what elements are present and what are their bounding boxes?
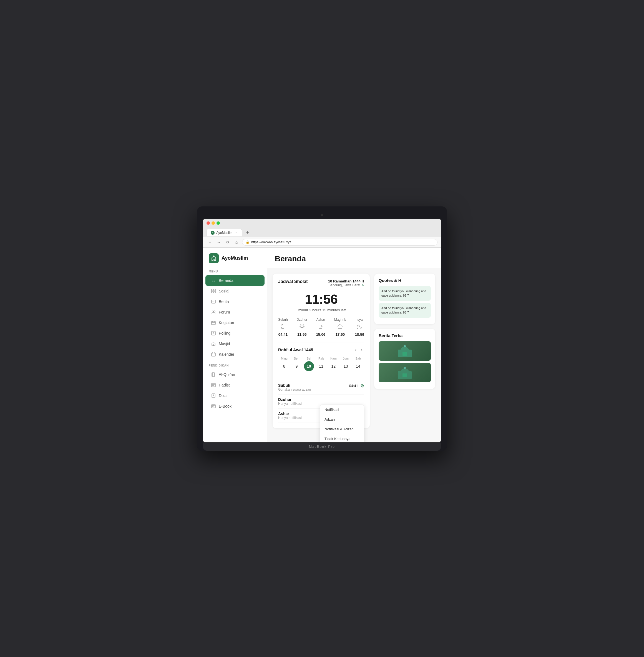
svg-rect-5 xyxy=(211,300,215,303)
day-name-jum: Jum xyxy=(343,357,349,360)
hadist-icon xyxy=(211,383,216,388)
subuh-settings-icon[interactable]: ⚙ xyxy=(360,383,364,389)
schedule-dzuhur: Dzuhur Hanya notifikasi Notifikasi Adzan… xyxy=(278,395,364,409)
sidebar-item-beranda[interactable]: ⌂ Beranda xyxy=(205,275,264,286)
svg-line-56 xyxy=(362,325,362,325)
svg-rect-10 xyxy=(211,321,215,325)
sidebar-item-hadist[interactable]: Hadist xyxy=(205,380,264,390)
right-panel: Quotes & H And he found you wandering an… xyxy=(374,274,435,428)
laptop-shell: A AyoMuslim × + ← → ↻ ⌂ 🔒 https://dakwah… xyxy=(197,206,447,451)
cal-day-ming: Ming 8 xyxy=(278,357,290,371)
day-num-14[interactable]: 14 xyxy=(353,361,363,371)
dropdown-notifikasi-adzan[interactable]: Notifikasi & Adzan xyxy=(320,424,364,434)
prayer-card-title: Jadwal Sholat xyxy=(278,279,308,284)
app-layout: AyoMuslim MENU ⌂ Beranda Sosial xyxy=(203,248,441,442)
fullscreen-window-button[interactable] xyxy=(216,221,220,225)
prayer-maghrib-time: 17:50 xyxy=(336,332,345,336)
svg-rect-4 xyxy=(214,291,215,293)
minimize-window-button[interactable] xyxy=(211,221,215,225)
address-bar[interactable]: 🔒 https://dakwah.ayosatu.xyz xyxy=(242,239,437,245)
day-num-12[interactable]: 12 xyxy=(328,361,338,371)
new-tab-button[interactable]: + xyxy=(243,228,252,237)
svg-rect-19 xyxy=(211,353,215,356)
calendar-next-button[interactable]: › xyxy=(360,347,364,353)
cal-day-jum: Jum 13 xyxy=(340,357,352,371)
svg-rect-3 xyxy=(211,291,213,293)
sidebar-item-sosial[interactable]: Sosial xyxy=(205,286,264,296)
masjid-icon xyxy=(211,341,216,346)
day-name-sen: Sen xyxy=(294,357,300,360)
calendar-nav: ‹ › xyxy=(353,347,364,353)
camera-dot xyxy=(321,214,323,216)
back-button[interactable]: ← xyxy=(207,239,213,245)
edit-location-icon[interactable]: ✎ xyxy=(362,283,364,287)
forum-icon xyxy=(211,310,216,314)
sidebar-item-kalender[interactable]: Kalender xyxy=(205,349,264,359)
svg-point-61 xyxy=(404,367,406,369)
news-card: Berita Terba xyxy=(374,329,435,389)
laptop-screen: A AyoMuslim × + ← → ↻ ⌂ 🔒 https://dakwah… xyxy=(203,219,441,443)
prayer-ashar: Ashar 15:06 xyxy=(316,318,325,336)
active-tab[interactable]: A AyoMuslim × xyxy=(207,229,242,236)
cal-day-rab: Rab 11 xyxy=(315,357,327,371)
current-time-display: 11:56 xyxy=(278,291,364,307)
sidebar-item-berita[interactable]: Berita xyxy=(205,296,264,307)
tab-title: AyoMuslim xyxy=(216,231,232,235)
svg-point-0 xyxy=(213,256,214,257)
laptop-bottom: MacBook Pro xyxy=(203,443,441,451)
sidebar-item-ebook[interactable]: E-Book xyxy=(205,401,264,412)
home-button[interactable]: ⌂ xyxy=(233,239,240,245)
prayer-card-header: Jadwal Sholat 10 Ramadhan 1444 H Bandung… xyxy=(278,279,364,287)
calendar-month: Robi'ul Awal 1445 xyxy=(278,347,313,352)
schedule-subuh: Subuh Gunakan suara adzan 04:41 ⚙ xyxy=(278,380,364,395)
sidebar-item-forum[interactable]: Forum xyxy=(205,307,264,318)
alquran-icon xyxy=(211,372,216,377)
dropdown-notifikasi[interactable]: Notifikasi xyxy=(320,405,364,415)
sidebar-item-masjid[interactable]: Masjid xyxy=(205,338,264,349)
main-content: Beranda Jadwal Sholat 10 Ramadhan 1444 H… xyxy=(267,248,441,442)
schedule-subuh-time: 04:41 xyxy=(349,384,358,388)
prayer-maghrib-name: Maghrib xyxy=(334,318,346,322)
news-image-1[interactable] xyxy=(378,341,431,361)
tab-close-button[interactable]: × xyxy=(234,231,238,235)
quote-text-1: And he found you wandering and gave guid… xyxy=(382,289,428,298)
masjid-label: Masjid xyxy=(219,342,230,346)
calendar-prev-button[interactable]: ‹ xyxy=(353,347,358,353)
prayer-dzuhur: Dzuhur 11:56 xyxy=(296,318,307,336)
browser-toolbar: ← → ↻ ⌂ 🔒 https://dakwah.ayosatu.xyz xyxy=(203,237,441,248)
sidebar-item-alquran[interactable]: Al-Qur'an xyxy=(205,369,264,380)
forward-button[interactable]: → xyxy=(215,239,222,245)
day-num-13[interactable]: 13 xyxy=(341,361,351,371)
sidebar-item-polling[interactable]: Polling xyxy=(205,328,264,338)
reload-button[interactable]: ↻ xyxy=(224,239,231,245)
sidebar-item-doa[interactable]: Do'a xyxy=(205,390,264,401)
sidebar-item-kegiatan[interactable]: Kegiatan xyxy=(205,318,264,328)
svg-rect-59 xyxy=(402,352,407,356)
prayer-times-row: Subuh 04:41 Dzuhur xyxy=(278,318,364,336)
lock-icon: 🔒 xyxy=(246,240,250,244)
cal-day-sen: Sen 9 xyxy=(290,357,303,371)
news-image-2[interactable] xyxy=(378,363,431,382)
browser-chrome: A AyoMuslim × + ← → ↻ ⌂ 🔒 https://dakwah… xyxy=(203,219,441,248)
beranda-icon: ⌂ xyxy=(211,278,216,283)
berita-label: Berita xyxy=(219,299,229,304)
berita-icon xyxy=(211,299,216,304)
schedule-subuh-name: Subuh xyxy=(278,383,349,388)
day-num-8[interactable]: 8 xyxy=(279,361,289,371)
prayer-dzuhur-time: 11:56 xyxy=(297,332,306,336)
dropdown-tidak-keduanya[interactable]: Tidak Keduanya xyxy=(320,434,364,442)
close-window-button[interactable] xyxy=(207,221,210,225)
prayer-isya-time: 18:59 xyxy=(355,332,364,336)
subuh-icon xyxy=(280,323,286,331)
main-header: Beranda xyxy=(267,248,441,268)
svg-rect-30 xyxy=(211,404,215,408)
dropdown-adzan[interactable]: Adzan xyxy=(320,415,364,424)
location-text: Bandung, Jawa Barat ✎ xyxy=(328,283,364,287)
day-num-9[interactable]: 9 xyxy=(292,361,301,371)
ashar-icon xyxy=(318,323,324,331)
day-num-10[interactable]: 10 xyxy=(304,361,314,371)
day-num-11[interactable]: 11 xyxy=(316,361,326,371)
day-name-sab: Sab xyxy=(355,357,361,360)
hijri-date: 10 Ramadhan 1444 H xyxy=(328,279,364,283)
browser-titlebar xyxy=(203,219,441,227)
